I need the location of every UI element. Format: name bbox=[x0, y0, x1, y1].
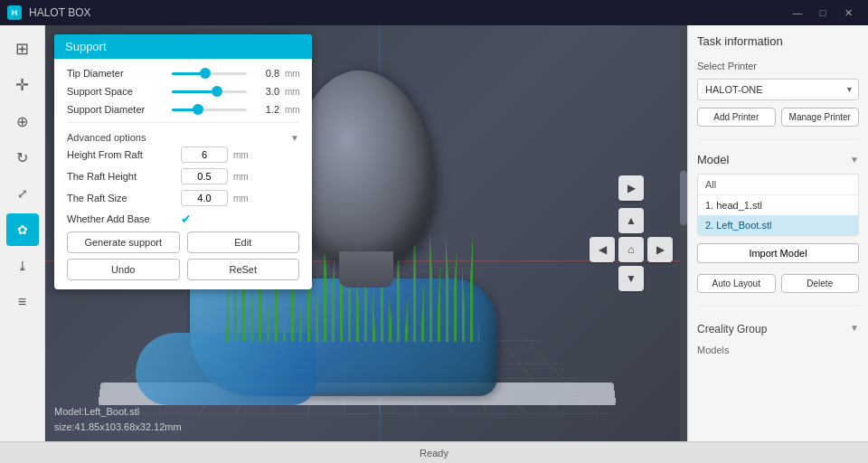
model-list-item-2[interactable]: 2. Left_Boot.stl bbox=[698, 215, 858, 235]
down-nav-button[interactable]: ▼ bbox=[618, 266, 644, 291]
action-buttons-row1: Generate support Edit bbox=[67, 232, 299, 253]
window-controls: — □ ✕ bbox=[785, 0, 861, 25]
raft-size-row: The Raft Size mm bbox=[67, 190, 299, 206]
tip-diameter-row: Tip Diameter 0.8 mm bbox=[67, 68, 299, 79]
rotate-tool-button[interactable]: ↻ bbox=[6, 141, 39, 174]
height-from-raft-label: Height From Raft bbox=[67, 149, 175, 160]
raft-height-unit: mm bbox=[233, 172, 249, 182]
right-nav-button[interactable]: ▶ bbox=[647, 237, 673, 262]
task-info-title: Task information bbox=[697, 34, 859, 48]
layout-delete-buttons: Auto Layout Delete bbox=[697, 274, 859, 293]
scroll-thumb bbox=[680, 171, 687, 225]
advanced-options-label: Advanced options bbox=[67, 132, 146, 143]
panel-header: Support bbox=[54, 34, 312, 59]
support-space-thumb[interactable] bbox=[212, 86, 222, 97]
panel-body: Tip Diameter 0.8 mm Support Space 3. bbox=[54, 59, 312, 289]
select-printer-label: Select Printer bbox=[697, 61, 859, 71]
auto-layout-button[interactable]: Auto Layout bbox=[697, 274, 776, 293]
support-panel: Support Tip Diameter 0.8 mm Support Spac… bbox=[54, 34, 312, 289]
printer-select-wrapper: HALOT-ONE HALOT-TWO HALOT-PRO ▼ bbox=[697, 79, 859, 100]
support-diameter-value: 1.2 bbox=[252, 104, 279, 115]
creality-group-arrow[interactable]: ▼ bbox=[850, 323, 859, 333]
action-buttons-row2: Undo ReSet bbox=[67, 259, 299, 280]
maximize-button[interactable]: □ bbox=[810, 0, 835, 25]
expand-nav-button[interactable]: ▶ bbox=[618, 175, 644, 201]
status-text: Ready bbox=[420, 448, 448, 458]
add-base-row: Whether Add Base ✔ bbox=[67, 212, 299, 226]
model-filter-list: All 1. head_1.stl 2. Left_Boot.stl bbox=[697, 174, 859, 236]
move-tool-button[interactable]: ✛ bbox=[6, 69, 39, 101]
support-space-row: Support Space 3.0 mm bbox=[67, 86, 299, 97]
reset-button[interactable]: ReSet bbox=[187, 259, 300, 280]
height-from-raft-input[interactable] bbox=[181, 146, 228, 163]
vertical-scroll[interactable] bbox=[680, 25, 687, 441]
support-space-slider[interactable] bbox=[172, 90, 247, 93]
tip-diameter-unit: mm bbox=[285, 69, 299, 79]
right-panel: Task information Select Printer HALOT-ON… bbox=[687, 25, 868, 441]
home-nav-button[interactable]: ⌂ bbox=[618, 237, 644, 262]
raft-height-label: The Raft Height bbox=[67, 171, 175, 182]
undo-button[interactable]: Undo bbox=[67, 259, 180, 280]
right-divider1 bbox=[697, 139, 859, 140]
left-nav-button[interactable]: ◀ bbox=[590, 237, 615, 262]
support-diameter-thumb[interactable] bbox=[193, 104, 203, 115]
manage-printer-button[interactable]: Manage Printer bbox=[781, 108, 860, 127]
creality-group-header: Creality Group ▼ bbox=[697, 319, 859, 335]
tip-diameter-slider[interactable] bbox=[172, 72, 247, 75]
support-space-label: Support Space bbox=[67, 86, 166, 97]
export-tool-button[interactable]: ⤓ bbox=[6, 250, 39, 282]
advanced-options-toggle[interactable]: Advanced options ▼ bbox=[67, 128, 299, 146]
creality-group-sub: Models bbox=[697, 345, 859, 355]
scale-tool-button[interactable]: ⤢ bbox=[6, 177, 39, 210]
canvas-area[interactable]: ▶ ▲ ◀ ⌂ ▶ ▼ Support Tip Diameter bbox=[45, 25, 687, 441]
delete-button[interactable]: Delete bbox=[781, 274, 860, 293]
height-from-raft-row: Height From Raft mm bbox=[67, 146, 299, 163]
support-space-unit: mm bbox=[285, 87, 299, 97]
right-divider2 bbox=[697, 306, 859, 307]
raft-size-label: The Raft Size bbox=[67, 193, 175, 203]
left-toolbar: ⊞ ✛ ⊕ ↻ ⤢ ✿ ⤓ ≡ bbox=[0, 25, 45, 441]
model-info: Model:Left_Boot.stl size:41.85x103.68x32… bbox=[54, 404, 182, 434]
boot-arm bbox=[136, 333, 316, 405]
support-diameter-label: Support Diameter bbox=[67, 104, 166, 115]
status-bar: Ready bbox=[0, 441, 868, 463]
model-list-item-1[interactable]: 1. head_1.stl bbox=[698, 195, 858, 215]
divider bbox=[67, 122, 299, 123]
tip-diameter-value: 0.8 bbox=[252, 68, 279, 79]
up-nav-button[interactable]: ▲ bbox=[618, 208, 644, 233]
support-diameter-row: Support Diameter 1.2 mm bbox=[67, 104, 299, 115]
support-diameter-slider[interactable] bbox=[172, 109, 247, 111]
model-name: Model:Left_Boot.stl bbox=[54, 404, 182, 420]
raft-height-input[interactable] bbox=[181, 168, 228, 184]
raft-size-input[interactable] bbox=[181, 190, 228, 206]
main-layout: ⊞ ✛ ⊕ ↻ ⤢ ✿ ⤓ ≡ ▶ ▲ bbox=[0, 25, 868, 441]
nav-middle-row: ◀ ⌂ ▶ bbox=[590, 237, 673, 262]
printer-select[interactable]: HALOT-ONE HALOT-TWO HALOT-PRO bbox=[697, 79, 859, 100]
generate-support-button[interactable]: Generate support bbox=[67, 232, 180, 253]
app-title: HALOT BOX bbox=[29, 6, 785, 19]
printer-manage-buttons: Add Printer Manage Printer bbox=[697, 108, 859, 127]
raft-size-unit: mm bbox=[233, 194, 249, 203]
add-base-checkbox[interactable]: ✔ bbox=[181, 212, 192, 226]
add-base-label: Whether Add Base bbox=[67, 213, 175, 224]
close-button[interactable]: ✕ bbox=[835, 0, 861, 25]
model-section-header: Model ▼ bbox=[697, 153, 859, 166]
raft-height-row: The Raft Height mm bbox=[67, 168, 299, 184]
model-filter-all[interactable]: All bbox=[698, 175, 858, 195]
support-tool-button[interactable]: ✿ bbox=[6, 213, 39, 246]
model-section-arrow[interactable]: ▼ bbox=[850, 155, 859, 165]
model-section-title: Model bbox=[697, 153, 729, 166]
support-diameter-unit: mm bbox=[285, 105, 299, 115]
titlebar: H HALOT BOX — □ ✕ bbox=[0, 0, 868, 25]
file-tool-button[interactable]: ⊞ bbox=[6, 33, 39, 65]
minimize-button[interactable]: — bbox=[785, 0, 810, 25]
tip-diameter-label: Tip Diameter bbox=[67, 68, 166, 79]
tip-diameter-thumb[interactable] bbox=[200, 68, 211, 79]
edit-button[interactable]: Edit bbox=[187, 232, 300, 253]
layers-tool-button[interactable]: ≡ bbox=[6, 286, 39, 318]
import-model-button[interactable]: Import Model bbox=[697, 243, 859, 263]
zoom-tool-button[interactable]: ⊕ bbox=[6, 105, 39, 137]
height-from-raft-unit: mm bbox=[233, 150, 249, 160]
app-icon: H bbox=[7, 5, 22, 20]
add-printer-button[interactable]: Add Printer bbox=[697, 108, 776, 127]
